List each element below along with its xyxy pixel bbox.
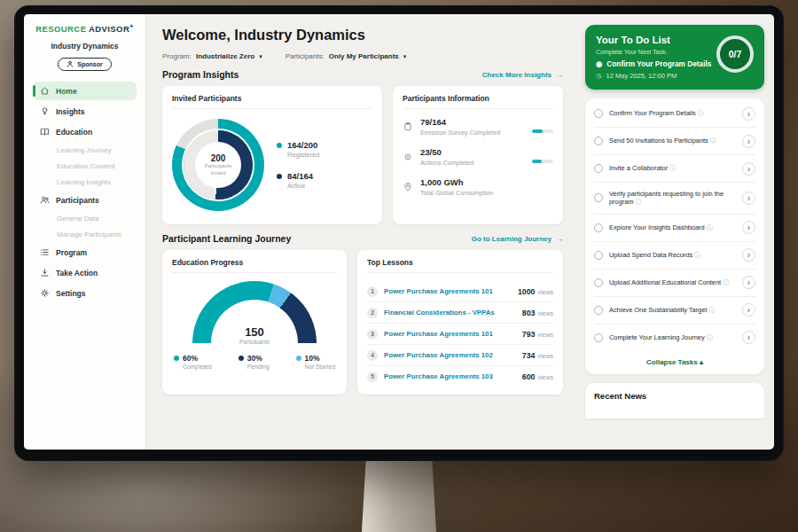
task-checkbox[interactable]	[594, 306, 603, 315]
views-suffix: views	[537, 353, 553, 359]
chevron-down-icon: ▾	[403, 53, 407, 60]
sponsor-badge: Sponsor	[58, 58, 111, 71]
collapse-label: Collapse Tasks	[646, 358, 698, 366]
home-icon	[40, 86, 50, 96]
lesson-row[interactable]: 5 Power Purchase Agreements 103 600views	[367, 366, 553, 387]
program-filter-label: Program:	[162, 52, 192, 60]
progress-track	[532, 129, 553, 133]
info-row-actions: 23/50 Actions Completed	[403, 147, 553, 167]
task-row[interactable]: Complete Your Learning Journeyⓘ ›	[594, 325, 755, 351]
todo-datetime: ◷ 12 May 2025, 12:00 PM	[596, 72, 754, 80]
task-row[interactable]: Invite a Collaboratorⓘ ›	[594, 155, 755, 183]
sidebar-item-learning-journey[interactable]: Learning Journey	[33, 143, 137, 157]
sidebar-item-learning-insights[interactable]: Learning Insights	[33, 175, 137, 189]
card-title: Education Progress	[172, 258, 337, 273]
sidebar-item-manage-participants[interactable]: Manage Participants	[33, 227, 137, 241]
task-chevron[interactable]: ›	[742, 162, 755, 176]
info-icon: ⓘ	[698, 110, 704, 116]
task-row[interactable]: Send 50 Invitations to Participantsⓘ ›	[594, 128, 755, 155]
sidebar-item-settings[interactable]: Settings	[33, 284, 137, 302]
task-row[interactable]: Confirm Your Program Detailsⓘ ›	[594, 100, 755, 128]
task-checkbox[interactable]	[594, 109, 603, 118]
task-chevron[interactable]: ›	[742, 331, 755, 344]
program-icon	[40, 247, 50, 257]
task-row[interactable]: Verify participants requesting to join t…	[594, 183, 755, 215]
task-label: Complete Your Learning Journey	[609, 333, 705, 341]
sidebar-item-take-action[interactable]: Take Action	[33, 263, 137, 282]
sidebar-item-program[interactable]: Program	[33, 243, 137, 262]
brand-logo: RESOURCE ADVISOR+	[24, 23, 145, 34]
info-row-text: 79/164 Emission Survey Completed	[420, 117, 525, 137]
task-checkbox[interactable]	[594, 193, 603, 202]
lesson-row[interactable]: 4 Power Purchase Agreements 102 734views	[367, 345, 553, 366]
invited-donut-chart: 200 Participants Invited	[172, 119, 264, 211]
lesson-rank: 5	[367, 372, 378, 382]
check-more-insights-link[interactable]: Check More Insights →	[482, 71, 563, 79]
sidebar-item-general-data[interactable]: General Data	[33, 211, 137, 225]
legend-top: 60%	[174, 354, 212, 363]
collapse-tasks-link[interactable]: Collapse Tasks ▴	[594, 351, 755, 371]
lesson-link[interactable]: Power Purchase Agreements 103	[384, 372, 516, 380]
go-to-learning-journey-link[interactable]: Go to Learning Journey →	[472, 235, 563, 243]
task-chevron[interactable]: ›	[742, 276, 755, 289]
lesson-link[interactable]: Power Purchase Agreements 101	[384, 287, 512, 295]
task-chevron[interactable]: ›	[742, 248, 755, 262]
program-insights-header: Program Insights Check More Insights →	[162, 69, 563, 80]
task-checkbox[interactable]	[594, 137, 603, 145]
sidebar-item-home[interactable]: Home	[33, 82, 137, 100]
task-chevron[interactable]: ›	[742, 135, 755, 148]
legend-label: Pending	[247, 364, 270, 370]
info-icon: ⓘ	[694, 252, 700, 258]
lesson-link[interactable]: Power Purchase Agreements 102	[384, 351, 516, 359]
views-count: 1000	[518, 287, 536, 296]
views-suffix: views	[537, 374, 553, 380]
todo-next-task[interactable]: ◉ Confirm Your Program Details	[596, 59, 718, 68]
task-chevron[interactable]: ›	[742, 303, 755, 317]
legend-pct: 10%	[305, 354, 320, 363]
lesson-row[interactable]: 1 Power Purchase Agreements 101 1000view…	[367, 281, 553, 302]
legend-value: 84/164	[287, 171, 313, 181]
task-checkbox[interactable]	[594, 223, 603, 232]
task-row[interactable]: Upload Spend Data Recordsⓘ ›	[594, 242, 755, 270]
sidebar-item-label: Program	[56, 248, 87, 257]
chevron-right-icon: ›	[747, 278, 750, 287]
info-icon: ⓘ	[707, 224, 713, 231]
task-row[interactable]: Explore Your Insights Dashboardⓘ ›	[594, 215, 755, 242]
lesson-row[interactable]: 3 Power Purchase Agreements 101 793views	[367, 324, 553, 345]
task-checkbox[interactable]	[594, 333, 603, 342]
progress-fill	[532, 160, 542, 163]
progress-track	[532, 160, 553, 163]
lesson-link[interactable]: Financial Considerations - VPPAs	[384, 309, 516, 317]
info-row-text: 1,000 GWh Total Global Consumption	[420, 177, 525, 197]
info-row-text: 23/50 Actions Completed	[420, 147, 525, 167]
arrow-right-icon: →	[556, 71, 563, 79]
program-filter[interactable]: Program: Industrialize Zero ▾	[162, 52, 262, 60]
sidebar-item-education[interactable]: Education	[33, 122, 137, 141]
lesson-views: 600views	[522, 372, 553, 381]
task-checkbox[interactable]	[594, 278, 603, 287]
task-chevron[interactable]: ›	[742, 221, 755, 234]
task-label: Confirm Your Program Details	[609, 109, 696, 117]
task-row[interactable]: Upload Additional Educational Contentⓘ ›	[594, 270, 755, 297]
invited-card-body: 200 Participants Invited 164/200 Registe…	[172, 117, 372, 216]
sidebar-item-insights[interactable]: Insights	[33, 102, 137, 121]
lesson-row[interactable]: 2 Financial Considerations - VPPAs 803vi…	[367, 302, 553, 324]
info-icon: ⓘ	[710, 137, 716, 144]
sidebar-item-education-content[interactable]: Education Content	[33, 159, 137, 173]
task-label: Upload Spend Data Records	[609, 251, 692, 259]
lesson-views: 803views	[522, 309, 553, 317]
chevron-down-icon: ▾	[259, 53, 262, 60]
task-checkbox[interactable]	[594, 164, 603, 173]
todo-next-task-label: Confirm Your Program Details	[606, 59, 711, 68]
lesson-rank: 2	[367, 308, 378, 318]
task-row[interactable]: Achieve One Sustainability Targetⓘ ›	[594, 297, 755, 325]
participants-filter[interactable]: Participants: Only My Participants ▾	[286, 52, 407, 60]
lesson-link[interactable]: Power Purchase Agreements 101	[384, 330, 516, 338]
task-checkbox[interactable]	[594, 251, 603, 260]
sidebar-item-participants[interactable]: Participants	[33, 191, 137, 209]
info-icon: ⓘ	[707, 334, 713, 340]
education-icon	[40, 127, 50, 137]
task-chevron[interactable]: ›	[742, 107, 755, 121]
task-chevron[interactable]: ›	[742, 192, 755, 205]
legend-item-not-started: 10% Not Started	[296, 354, 335, 370]
